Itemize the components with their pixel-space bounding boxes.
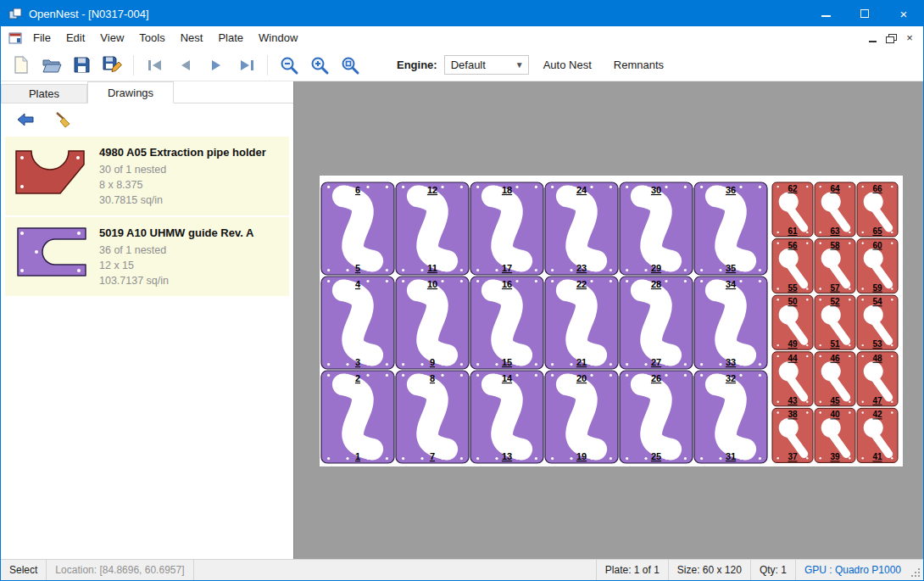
- tab-drawings-label: Drawings: [108, 87, 153, 99]
- broom-icon: [53, 110, 72, 129]
- assign-to-plate-button[interactable]: [14, 108, 36, 131]
- nest-pair-red[interactable]: 4847: [857, 352, 898, 406]
- part-number: 9: [430, 357, 435, 367]
- nest-pair-purple[interactable]: 1413: [470, 371, 543, 463]
- nest-pair-red[interactable]: 5453: [857, 295, 898, 349]
- menu-file[interactable]: File: [25, 27, 58, 48]
- nest-pair-red[interactable]: 6059: [857, 239, 898, 293]
- mdi-child-icon: [8, 32, 22, 44]
- part-number: 27: [651, 357, 661, 367]
- nest-pair-purple[interactable]: 3635: [694, 182, 767, 275]
- nest-pair-purple[interactable]: 2625: [620, 371, 693, 463]
- nest-pair-red[interactable]: 4443: [772, 352, 813, 406]
- nest-pair-purple[interactable]: 2423: [545, 182, 618, 275]
- nest-pair-red[interactable]: 4645: [815, 352, 855, 406]
- part-number: 23: [576, 263, 587, 273]
- nest-canvas[interactable]: 6512111817242330293635431091615222128273…: [293, 81, 923, 559]
- open-folder-icon: [42, 56, 62, 74]
- remnants-button[interactable]: Remnants: [606, 53, 671, 76]
- nav-last-icon: [237, 58, 256, 73]
- part-number: 42: [872, 410, 882, 419]
- part-number: 47: [872, 396, 882, 405]
- mdi-close-button[interactable]: ×: [900, 30, 919, 47]
- nest-pair-purple[interactable]: 109: [396, 277, 469, 369]
- nest-pair-red[interactable]: 6665: [857, 182, 898, 237]
- plate[interactable]: 6512111817242330293635431091615222128273…: [320, 176, 903, 466]
- drawing-list-item-1[interactable]: 4980 A05 Extraction pipe holder 30 of 1 …: [5, 137, 289, 215]
- part-number: 49: [788, 339, 798, 349]
- nest-pair-purple[interactable]: 1211: [396, 182, 469, 275]
- nest-pair-red[interactable]: 5857: [815, 239, 855, 293]
- engine-select[interactable]: Default ▼: [444, 55, 529, 75]
- purple-part-thumbnail-icon: [11, 225, 89, 279]
- menu-view[interactable]: View: [92, 27, 131, 48]
- nest-pair-red[interactable]: 3837: [772, 408, 813, 462]
- part-number: 1: [355, 451, 360, 461]
- menu-plate[interactable]: Plate: [210, 27, 251, 48]
- zoom-in-button[interactable]: [308, 53, 331, 76]
- nest-pair-purple[interactable]: 2019: [545, 371, 618, 463]
- mdi-window-controls: ×: [863, 26, 923, 49]
- nest-pair-purple[interactable]: 3231: [694, 371, 767, 463]
- menu-edit[interactable]: Edit: [58, 27, 92, 48]
- nav-first-icon: [146, 58, 164, 73]
- mdi-restore-button[interactable]: [882, 30, 900, 47]
- nest-pair-red[interactable]: 5251: [815, 295, 855, 349]
- nest-pair-purple[interactable]: 43: [321, 277, 394, 369]
- open-file-button[interactable]: [40, 53, 63, 76]
- mdi-minimize-button[interactable]: [863, 30, 882, 47]
- maximize-button[interactable]: [845, 1, 884, 26]
- part-number: 62: [788, 184, 798, 193]
- nest-pair-red[interactable]: 4039: [815, 408, 855, 462]
- nav-prev-button[interactable]: [174, 53, 197, 76]
- part-number: 22: [576, 279, 587, 289]
- drawing-list-item-2[interactable]: 5019 A10 UHMW guide Rev. A 36 of 1 neste…: [5, 217, 289, 296]
- nav-next-icon: [208, 58, 225, 73]
- nest-pair-red[interactable]: 4241: [857, 408, 898, 462]
- toolbar-separator: [133, 55, 134, 75]
- zoom-fit-icon: [340, 55, 360, 75]
- zoom-out-button[interactable]: [277, 53, 300, 76]
- nest-pair-purple[interactable]: 65: [321, 182, 394, 275]
- nest-pair-purple[interactable]: 21: [321, 371, 394, 463]
- nest-pair-red[interactable]: 6261: [772, 182, 813, 237]
- part-number: 64: [830, 184, 840, 193]
- nav-first-button[interactable]: [143, 53, 166, 76]
- nav-next-button[interactable]: [204, 53, 227, 76]
- new-file-button[interactable]: [9, 53, 32, 76]
- nest-pair-purple[interactable]: 87: [396, 371, 469, 463]
- menu-tools[interactable]: Tools: [131, 27, 172, 48]
- opennest-window: OpenNest - [N0317-004] × File Edit View …: [0, 0, 924, 581]
- save-button[interactable]: [70, 53, 93, 76]
- nest-pair-red[interactable]: 5655: [772, 239, 813, 293]
- left-panel: Plates Drawings: [1, 81, 293, 559]
- nest-pair-purple[interactable]: 3029: [620, 182, 693, 275]
- minimize-button[interactable]: [806, 1, 845, 26]
- drawing-nested-count: 36 of 1 nested: [99, 243, 253, 258]
- nest-pair-purple[interactable]: 2827: [620, 277, 693, 369]
- nest-pair-red[interactable]: 6463: [815, 182, 855, 237]
- part-number: 43: [788, 396, 798, 405]
- nest-pair-purple[interactable]: 1817: [470, 182, 543, 275]
- engine-label: Engine:: [397, 59, 437, 71]
- nest-pair-red[interactable]: 5049: [772, 295, 813, 349]
- close-button[interactable]: ×: [884, 1, 923, 26]
- save-as-button[interactable]: [101, 53, 124, 76]
- menu-window[interactable]: Window: [251, 27, 305, 48]
- zoom-fit-button[interactable]: [338, 53, 361, 76]
- clear-button[interactable]: [51, 108, 74, 131]
- tab-plates[interactable]: Plates: [1, 84, 87, 103]
- part-number: 61: [788, 226, 798, 236]
- nest-pair-purple[interactable]: 3433: [694, 277, 767, 369]
- nest-pair-purple[interactable]: 1615: [470, 277, 543, 369]
- menu-nest[interactable]: Nest: [173, 27, 211, 48]
- app-icon: [8, 7, 22, 20]
- resize-grip-icon[interactable]: [910, 560, 923, 580]
- close-icon: ×: [900, 7, 908, 21]
- maximize-icon: [860, 9, 869, 18]
- dropdown-arrow-icon: ▼: [515, 60, 524, 70]
- auto-nest-button[interactable]: Auto Nest: [536, 53, 599, 76]
- nest-pair-purple[interactable]: 2221: [545, 277, 618, 369]
- tab-drawings[interactable]: Drawings: [87, 81, 174, 103]
- nav-last-button[interactable]: [235, 53, 258, 76]
